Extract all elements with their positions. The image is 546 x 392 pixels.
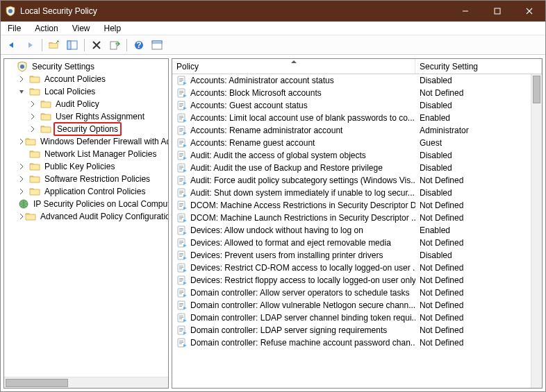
chevron-right-icon[interactable] [18,213,25,220]
tree-item[interactable]: Software Restriction Policies [4,173,168,185]
menu-file[interactable]: File [5,22,24,35]
cell-policy: Audit: Audit the access of global system… [172,150,415,161]
list-row[interactable]: Domain controller: Allow vulnerable Netl… [172,299,542,312]
list-row[interactable]: Devices: Restrict floppy access to local… [172,274,542,287]
cell-policy-text: Accounts: Limit local account use of bla… [190,113,415,123]
list-body: Accounts: Administrator account statusDi… [172,74,542,388]
cell-policy: Accounts: Limit local account use of bla… [172,112,415,123]
tree-panel: Security Settings Account PoliciesLocal … [3,58,169,389]
minimize-button[interactable] [449,1,481,22]
toolbar: ? [1,35,545,55]
cell-policy: Domain controller: Allow server operator… [172,287,415,298]
list-row[interactable]: DCOM: Machine Launch Restrictions in Sec… [172,212,542,224]
chevron-right-icon[interactable] [29,126,40,133]
tree-item[interactable]: Local Policies [4,85,168,98]
tree-item[interactable]: Audit Policy [4,98,168,110]
policy-icon [176,87,188,99]
help-button[interactable]: ? [131,37,147,53]
tree-item[interactable]: Advanced Audit Policy Configuration [4,210,168,223]
list-row[interactable]: Devices: Prevent users from installing p… [172,249,542,262]
tree-hscrollbar[interactable] [4,377,168,388]
list-row[interactable]: Audit: Force audit policy subcategory se… [172,174,542,187]
list-row[interactable]: DCOM: Machine Access Restrictions in Sec… [172,199,542,212]
list-row[interactable]: Devices: Allow undock without having to … [172,224,542,237]
list-row[interactable]: Accounts: Guest account statusDisabled [172,99,542,112]
list-row[interactable]: Accounts: Block Microsoft accountsNot De… [172,87,542,99]
tree-root[interactable]: Security Settings [4,60,168,73]
chevron-down-icon[interactable] [18,88,29,95]
list-row[interactable]: Accounts: Rename administrator accountAd… [172,124,542,137]
scrollbar-thumb[interactable] [533,76,540,103]
cell-setting: Enabled [415,225,520,235]
cell-setting: Guest [415,138,520,148]
chevron-right-icon[interactable] [18,163,29,170]
cell-policy: Devices: Allow undock without having to … [172,225,415,236]
list-row[interactable]: Audit: Audit the use of Backup and Resto… [172,162,542,174]
cell-setting: Not Defined [415,313,520,323]
chevron-right-icon[interactable] [18,176,29,182]
cell-policy-text: Audit: Audit the use of Backup and Resto… [190,163,383,173]
export-button[interactable] [106,37,123,53]
cell-policy: Domain controller: LDAP server channel b… [172,312,415,323]
cell-policy: Accounts: Guest account status [172,100,415,111]
tree-item[interactable]: Account Policies [4,73,168,85]
policy-icon [176,112,188,123]
cell-policy: DCOM: Machine Launch Restrictions in Sec… [172,212,415,223]
column-header-setting[interactable]: Security Setting [415,59,542,74]
maximize-button[interactable] [481,1,513,22]
cell-setting: Not Defined [415,325,520,335]
app-icon [5,6,16,17]
chevron-right-icon[interactable] [18,138,25,145]
chevron-right-icon[interactable] [18,188,29,195]
delete-button[interactable] [88,37,105,53]
list-row[interactable]: Audit: Audit the access of global system… [172,149,542,162]
back-button[interactable] [3,37,20,53]
policy-icon [176,150,188,161]
policy-icon [176,162,188,173]
list-row[interactable]: Accounts: Limit local account use of bla… [172,112,542,124]
tree-item[interactable]: Public Key Policies [4,160,168,173]
list-row[interactable]: Domain controller: Allow server operator… [172,287,542,299]
cell-setting: Not Defined [415,338,520,348]
chevron-right-icon[interactable] [29,101,40,108]
menu-view[interactable]: View [69,22,93,35]
list-vscrollbar[interactable] [531,74,542,388]
tree-item[interactable]: Application Control Policies [4,185,168,198]
close-button[interactable] [513,1,545,22]
folder-icon [29,148,40,160]
scrollbar-thumb[interactable] [6,379,68,387]
ipsec-icon [18,198,29,210]
tree-item[interactable]: IP Security Policies on Local Compute [4,198,168,210]
list-row[interactable]: Domain controller: LDAP server signing r… [172,324,542,336]
chevron-right-icon[interactable] [18,76,29,83]
cell-setting: Not Defined [415,176,520,185]
cell-policy: Devices: Restrict CD-ROM access to local… [172,262,415,273]
menu-help[interactable]: Help [101,22,124,35]
cell-policy-text: DCOM: Machine Access Restrictions in Sec… [190,201,415,210]
list-row[interactable]: Devices: Restrict CD-ROM access to local… [172,262,542,274]
tree-item[interactable]: Windows Defender Firewall with Adva [4,135,168,148]
folder-icon [29,86,40,97]
column-header-policy[interactable]: Policy [172,59,415,74]
list-row[interactable]: Domain controller: Refuse machine accoun… [172,336,542,349]
up-button[interactable] [46,37,63,53]
cell-policy: Accounts: Block Microsoft accounts [172,87,415,99]
tree-item[interactable]: Network List Manager Policies [4,148,168,160]
list-row[interactable]: Accounts: Administrator account statusDi… [172,74,542,87]
tree-item[interactable]: Security Options [4,123,168,135]
properties-button[interactable] [149,37,165,53]
cell-policy: Audit: Shut down system immediately if u… [172,187,415,198]
show-hide-button[interactable] [64,37,81,53]
menu-action[interactable]: Action [32,22,60,35]
list-row[interactable]: Accounts: Rename guest accountGuest [172,137,542,149]
tree-item[interactable]: User Rights Assignment [4,110,168,123]
list-row[interactable]: Audit: Shut down system immediately if u… [172,187,542,199]
chevron-right-icon[interactable] [29,113,40,120]
cell-setting: Disabled [415,163,520,173]
cell-setting: Not Defined [415,238,520,248]
forward-button[interactable] [22,37,38,53]
cell-policy-text: Accounts: Administrator account status [190,76,334,85]
list-row[interactable]: Devices: Allowed to format and eject rem… [172,237,542,249]
toolbar-sep [84,39,85,51]
list-row[interactable]: Domain controller: LDAP server channel b… [172,312,542,324]
